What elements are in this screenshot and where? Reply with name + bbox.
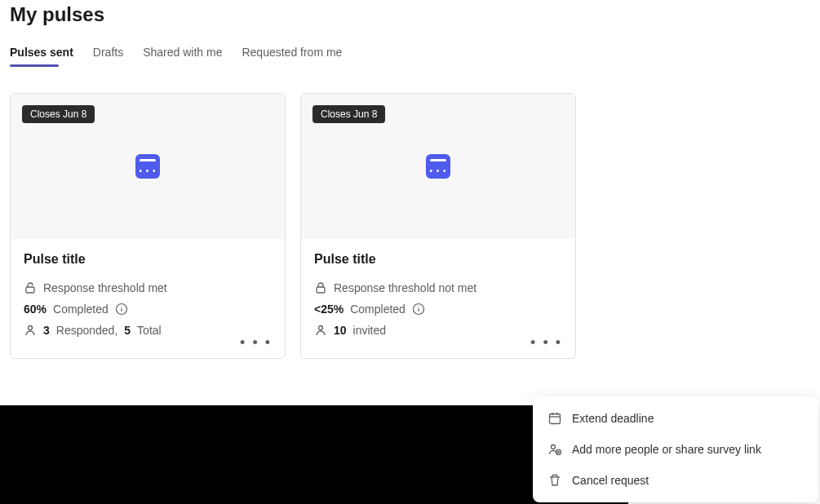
completion-row: <25% Completed [314, 303, 562, 316]
card-title: Pulse title [24, 252, 272, 267]
threshold-row: Response threshold met [24, 281, 272, 294]
calendar-icon [547, 411, 562, 426]
responded-count: 3 [43, 324, 50, 337]
completion-label: Completed [53, 303, 109, 316]
pulse-icon [135, 154, 160, 179]
threshold-row: Response threshold not met [314, 281, 562, 294]
trash-icon [547, 473, 562, 488]
people-row: 10 invited [314, 324, 562, 337]
svg-point-9 [319, 326, 323, 330]
cards-container: Closes Jun 8 Pulse title Response thresh… [10, 93, 618, 359]
completion-row: 60% Completed [24, 303, 272, 316]
responded-label: Responded, [56, 324, 118, 337]
card-body: Pulse title Response threshold met 60% C… [11, 239, 285, 358]
closes-badge: Closes Jun 8 [312, 105, 385, 123]
person-icon [314, 324, 327, 337]
svg-point-14 [552, 445, 556, 449]
person-icon [24, 324, 37, 337]
threshold-text: Response threshold met [43, 281, 167, 294]
pulse-card[interactable]: Closes Jun 8 Pulse title Response thresh… [10, 93, 286, 359]
svg-rect-10 [550, 414, 561, 424]
total-label: Total [137, 324, 162, 337]
context-menu: Extend deadline Add more people or share… [533, 396, 818, 502]
people-add-icon [547, 442, 562, 457]
more-button[interactable]: • • • [530, 335, 562, 350]
svg-rect-5 [317, 287, 325, 293]
tab-drafts[interactable]: Drafts [93, 46, 123, 67]
tab-shared-with-me[interactable]: Shared with me [143, 46, 222, 67]
completion-label: Completed [350, 303, 406, 316]
info-icon[interactable] [115, 303, 128, 316]
unlock-icon [24, 281, 37, 294]
card-body: Pulse title Response threshold not met <… [301, 239, 575, 358]
total-count: 5 [124, 324, 131, 337]
card-header: Closes Jun 8 [301, 94, 575, 239]
svg-point-4 [29, 326, 33, 330]
closes-badge: Closes Jun 8 [22, 105, 95, 123]
menu-label: Extend deadline [572, 412, 654, 425]
tabs: Pulses sent Drafts Shared with me Reques… [10, 46, 618, 67]
card-title: Pulse title [314, 252, 562, 267]
pulse-card[interactable]: Closes Jun 8 Pulse title Response thresh… [300, 93, 576, 359]
pulse-icon [426, 154, 450, 179]
menu-label: Cancel request [572, 474, 649, 487]
menu-extend-deadline[interactable]: Extend deadline [533, 403, 818, 434]
menu-cancel-request[interactable]: Cancel request [533, 465, 818, 496]
completion-percent: <25% [314, 303, 344, 316]
invited-count: 10 [334, 324, 347, 337]
threshold-text: Response threshold not met [334, 281, 476, 294]
invited-label: invited [353, 324, 386, 337]
lock-icon [314, 281, 327, 294]
menu-add-people[interactable]: Add more people or share survey link [533, 434, 818, 465]
page-title: My pulses [10, 3, 618, 26]
tab-requested-from-me[interactable]: Requested from me [242, 46, 342, 67]
more-button[interactable]: • • • [240, 335, 272, 350]
tab-pulses-sent[interactable]: Pulses sent [10, 46, 73, 67]
svg-point-8 [418, 306, 419, 307]
svg-rect-0 [26, 287, 34, 293]
completion-percent: 60% [24, 303, 47, 316]
people-row: 3 Responded, 5 Total [24, 324, 272, 337]
menu-label: Add more people or share survey link [572, 443, 761, 456]
svg-point-3 [121, 306, 122, 307]
info-icon[interactable] [412, 303, 425, 316]
card-header: Closes Jun 8 [11, 94, 285, 239]
